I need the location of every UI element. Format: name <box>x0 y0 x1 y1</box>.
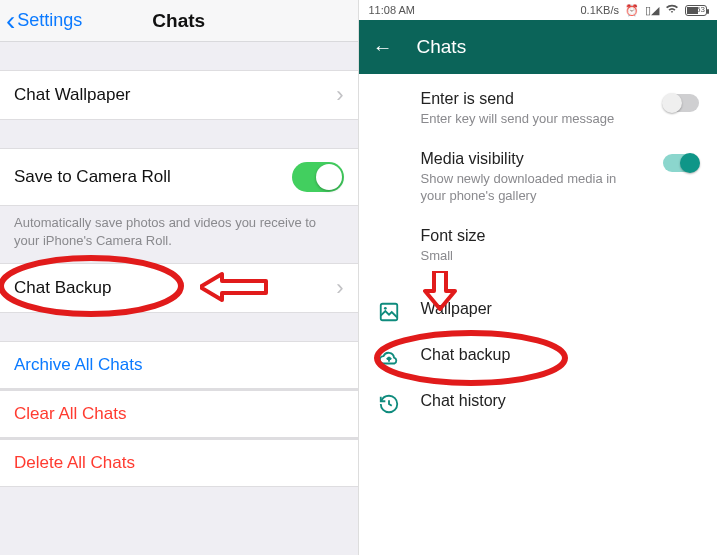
svg-point-4 <box>383 307 386 310</box>
chat-wallpaper-row[interactable]: Chat Wallpaper › <box>0 70 358 120</box>
archive-all-chats-row[interactable]: Archive All Chats <box>0 341 358 389</box>
save-camera-roll-label: Save to Camera Roll <box>14 167 171 187</box>
font-size-label: Font size <box>421 227 700 245</box>
app-bar: ← Chats <box>359 20 718 74</box>
wallpaper-row[interactable]: Wallpaper <box>377 300 700 324</box>
clear-all-chats-row[interactable]: Clear All Chats <box>0 390 358 438</box>
back-label: Settings <box>17 10 82 31</box>
save-camera-roll-note: Automatically save photos and videos you… <box>0 206 358 257</box>
wallpaper-label: Wallpaper <box>421 300 700 318</box>
history-icon <box>377 392 401 416</box>
ios-nav-bar: ‹ Settings Chats <box>0 0 358 42</box>
font-size-row[interactable]: Font size Small <box>377 227 700 265</box>
wifi-icon <box>665 4 679 16</box>
chat-backup-row[interactable]: Chat backup <box>377 346 700 370</box>
alarm-icon: ⏰ <box>625 4 639 17</box>
status-time: 11:08 AM <box>369 4 415 16</box>
annotation-arrow-icon <box>200 270 270 304</box>
font-size-value: Small <box>421 247 661 265</box>
chat-backup-row[interactable]: Chat Backup › <box>0 263 358 313</box>
svg-marker-1 <box>200 274 266 300</box>
delete-all-label: Delete All Chats <box>14 453 135 473</box>
chevron-right-icon: › <box>336 84 343 106</box>
chat-backup-label: Chat backup <box>421 346 700 364</box>
enter-is-send-label: Enter is send <box>421 90 644 108</box>
chevron-left-icon: ‹ <box>6 7 15 35</box>
enter-is-send-row[interactable]: Enter is send Enter key will send your m… <box>377 90 700 128</box>
chat-backup-label: Chat Backup <box>14 278 111 298</box>
status-bar: 11:08 AM 0.1KB/s ⏰ ▯◢ 53 <box>359 0 718 20</box>
back-button[interactable]: ← <box>373 36 393 59</box>
archive-all-label: Archive All Chats <box>14 355 143 375</box>
chat-wallpaper-label: Chat Wallpaper <box>14 85 131 105</box>
media-visibility-label: Media visibility <box>421 150 644 168</box>
chevron-right-icon: › <box>336 277 343 299</box>
media-visibility-toggle[interactable] <box>663 154 699 172</box>
battery-icon: 53 <box>685 5 707 16</box>
chat-history-row[interactable]: Chat history <box>377 392 700 416</box>
wallpaper-icon <box>377 300 401 324</box>
back-button[interactable]: ‹ Settings <box>6 7 82 35</box>
media-visibility-sub: Show newly downloaded media in your phon… <box>421 170 644 205</box>
data-rate: 0.1KB/s <box>580 4 619 16</box>
media-visibility-row[interactable]: Media visibility Show newly downloaded m… <box>377 150 700 205</box>
page-title: Chats <box>417 36 467 58</box>
enter-is-send-sub: Enter key will send your message <box>421 110 644 128</box>
ios-chats-settings-screen: ‹ Settings Chats Chat Wallpaper › Save t… <box>0 0 359 555</box>
android-chats-settings-screen: 11:08 AM 0.1KB/s ⏰ ▯◢ 53 ← Chats Enter i… <box>359 0 718 555</box>
save-camera-roll-row[interactable]: Save to Camera Roll <box>0 148 358 206</box>
cloud-upload-icon <box>377 346 401 370</box>
save-camera-roll-toggle[interactable] <box>292 162 344 192</box>
clear-all-label: Clear All Chats <box>14 404 126 424</box>
enter-is-send-toggle[interactable] <box>663 94 699 112</box>
signal-icon: ▯◢ <box>645 4 659 17</box>
chat-history-label: Chat history <box>421 392 700 410</box>
delete-all-chats-row[interactable]: Delete All Chats <box>0 439 358 487</box>
